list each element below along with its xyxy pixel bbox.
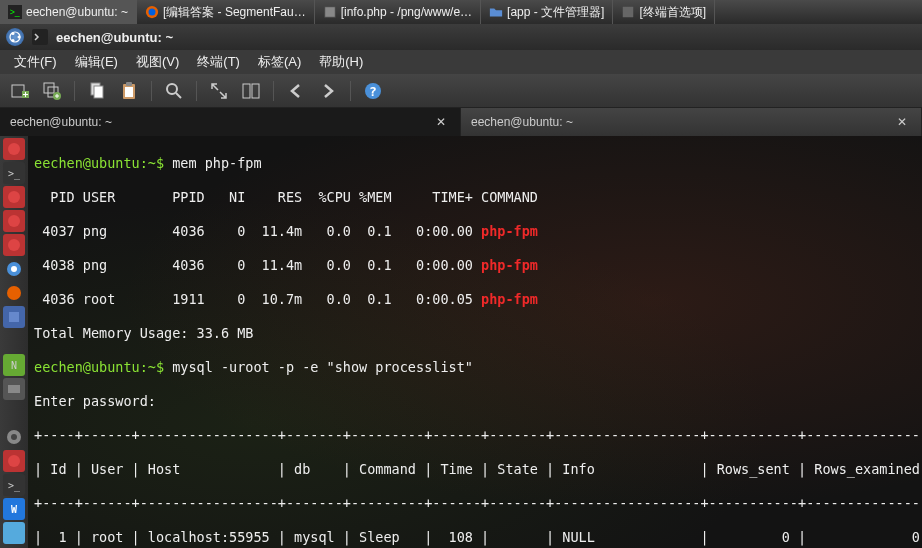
svg-point-36 bbox=[11, 434, 17, 440]
svg-rect-20 bbox=[125, 87, 133, 97]
taskbar-label: eechen@ubuntu: ~ bbox=[26, 5, 128, 19]
new-tab-button[interactable] bbox=[6, 77, 34, 105]
svg-rect-34 bbox=[8, 385, 20, 393]
mem-usage: Total Memory Usage: 33.6 MB bbox=[34, 325, 916, 342]
forward-button[interactable] bbox=[314, 77, 342, 105]
taskbar-item-filemgr[interactable]: [app - 文件管理器] bbox=[481, 0, 613, 24]
close-icon[interactable]: ✕ bbox=[432, 115, 450, 129]
taskbar-item-editor[interactable]: [info.php - /png/www/e… bbox=[315, 0, 481, 24]
svg-point-7 bbox=[18, 36, 21, 39]
menubar: 文件(F) 编辑(E) 视图(V) 终端(T) 标签(A) 帮助(H) bbox=[0, 50, 922, 74]
terminal-area: >_ N >_ W eechen@ubuntu:~$ mem php-fpm P… bbox=[0, 136, 922, 548]
back-button[interactable] bbox=[282, 77, 310, 105]
ubuntu-icon bbox=[6, 28, 24, 46]
side-icon[interactable] bbox=[3, 138, 25, 160]
side-icon[interactable] bbox=[3, 306, 25, 328]
side-icon[interactable]: >_ bbox=[3, 474, 25, 496]
side-icon[interactable] bbox=[3, 426, 25, 448]
svg-rect-4 bbox=[324, 7, 335, 18]
os-taskbar: >_ eechen@ubuntu: ~ [编辑答案 - SegmentFau… … bbox=[0, 0, 922, 24]
separator bbox=[273, 81, 274, 101]
table-sep: +----+------+-----------------+-------+-… bbox=[34, 495, 916, 512]
side-icon[interactable]: N bbox=[3, 354, 25, 376]
terminal-output[interactable]: eechen@ubuntu:~$ mem php-fpm PID USER PP… bbox=[28, 136, 922, 548]
window-titlebar[interactable]: eechen@ubuntu: ~ bbox=[0, 24, 922, 50]
svg-text:>_: >_ bbox=[10, 7, 20, 17]
side-icon[interactable] bbox=[3, 330, 25, 352]
folder-icon bbox=[489, 5, 503, 19]
svg-point-27 bbox=[8, 191, 20, 203]
separator bbox=[74, 81, 75, 101]
terminal-small-icon bbox=[32, 29, 48, 45]
pw-line: Enter password: bbox=[34, 393, 916, 410]
side-icon[interactable] bbox=[3, 378, 25, 400]
menu-tabs[interactable]: 标签(A) bbox=[250, 51, 309, 73]
cmd: mysql -uroot -p -e "show processlist" bbox=[172, 359, 473, 375]
table-header: | Id | User | Host | db | Command | Time… bbox=[34, 461, 916, 478]
taskbar-label: [编辑答案 - SegmentFau… bbox=[163, 4, 306, 21]
taskbar-item-browser[interactable]: [编辑答案 - SegmentFau… bbox=[137, 0, 315, 24]
taskbar-item-prefs[interactable]: [终端首选项] bbox=[613, 0, 715, 24]
svg-rect-19 bbox=[126, 82, 132, 86]
prompt: eechen@ubuntu:~$ bbox=[34, 359, 172, 375]
side-icon[interactable] bbox=[3, 258, 25, 280]
svg-point-9 bbox=[12, 39, 15, 42]
editor-icon bbox=[323, 5, 337, 19]
svg-point-29 bbox=[8, 239, 20, 251]
tab-label: eechen@ubuntu: ~ bbox=[471, 115, 573, 129]
menu-edit[interactable]: 编辑(E) bbox=[67, 51, 126, 73]
svg-point-8 bbox=[12, 32, 15, 35]
svg-rect-10 bbox=[32, 29, 48, 45]
svg-point-26 bbox=[8, 143, 20, 155]
launcher-sidebar: >_ N >_ W bbox=[0, 136, 28, 548]
terminal-icon: >_ bbox=[8, 5, 22, 19]
taskbar-label: [终端首选项] bbox=[639, 4, 706, 21]
terminal-tab-2[interactable]: eechen@ubuntu: ~ ✕ bbox=[461, 108, 922, 136]
fullscreen-button[interactable] bbox=[205, 77, 233, 105]
zoom-button[interactable] bbox=[237, 77, 265, 105]
terminal-tab-1[interactable]: eechen@ubuntu: ~ ✕ bbox=[0, 108, 461, 136]
table-row: 4038 png 4036 0 11.4m 0.0 0.1 0:00.00 ph… bbox=[34, 257, 916, 274]
svg-point-32 bbox=[7, 286, 21, 300]
table-row: | 1 | root | localhost:55955 | mysql | S… bbox=[34, 529, 916, 546]
tabbar: eechen@ubuntu: ~ ✕ eechen@ubuntu: ~ ✕ bbox=[0, 108, 922, 136]
svg-point-37 bbox=[8, 455, 20, 467]
side-icon[interactable] bbox=[3, 522, 25, 544]
side-icon[interactable] bbox=[3, 186, 25, 208]
side-icon[interactable] bbox=[3, 450, 25, 472]
new-window-button[interactable] bbox=[38, 77, 66, 105]
menu-help[interactable]: 帮助(H) bbox=[311, 51, 371, 73]
separator bbox=[350, 81, 351, 101]
svg-point-28 bbox=[8, 215, 20, 227]
separator bbox=[196, 81, 197, 101]
side-icon[interactable] bbox=[3, 282, 25, 304]
side-icon[interactable]: >_ bbox=[3, 162, 25, 184]
copy-button[interactable] bbox=[83, 77, 111, 105]
taskbar-label: [info.php - /png/www/e… bbox=[341, 5, 472, 19]
table-row: 4037 png 4036 0 11.4m 0.0 0.1 0:00.00 ph… bbox=[34, 223, 916, 240]
menu-view[interactable]: 视图(V) bbox=[128, 51, 187, 73]
cmd: mem php-fpm bbox=[172, 155, 261, 171]
tab-label: eechen@ubuntu: ~ bbox=[10, 115, 112, 129]
taskbar-item-terminal[interactable]: >_ eechen@ubuntu: ~ bbox=[0, 0, 137, 24]
paste-button[interactable] bbox=[115, 77, 143, 105]
search-button[interactable] bbox=[160, 77, 188, 105]
side-icon[interactable] bbox=[3, 402, 25, 424]
svg-rect-23 bbox=[252, 84, 259, 98]
help-button[interactable]: ? bbox=[359, 77, 387, 105]
prefs-icon bbox=[621, 5, 635, 19]
svg-rect-17 bbox=[94, 86, 103, 98]
svg-rect-22 bbox=[243, 84, 250, 98]
side-icon[interactable]: W bbox=[3, 498, 25, 520]
menu-terminal[interactable]: 终端(T) bbox=[189, 51, 248, 73]
close-icon[interactable]: ✕ bbox=[893, 115, 911, 129]
table-row: 4036 root 1911 0 10.7m 0.0 0.1 0:00.05 p… bbox=[34, 291, 916, 308]
side-icon[interactable] bbox=[3, 234, 25, 256]
svg-rect-5 bbox=[623, 7, 634, 18]
side-icon[interactable] bbox=[3, 210, 25, 232]
menu-file[interactable]: 文件(F) bbox=[6, 51, 65, 73]
table-header: PID USER PPID NI RES %CPU %MEM TIME+ COM… bbox=[34, 189, 916, 206]
svg-rect-33 bbox=[9, 312, 19, 322]
svg-point-3 bbox=[148, 9, 155, 16]
table-sep: +----+------+-----------------+-------+-… bbox=[34, 427, 916, 444]
